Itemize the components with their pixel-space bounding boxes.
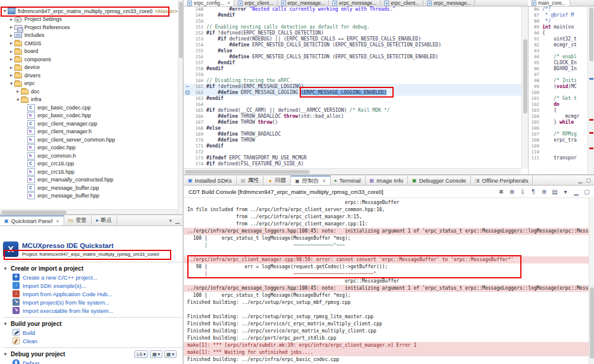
collapse-arrow[interactable]: ▸ (15, 89, 21, 94)
close-tab-icon[interactable]: × (227, 0, 230, 6)
overview-error-mark[interactable] (589, 132, 593, 134)
maximize-view-icon[interactable]: ▢ (582, 189, 592, 195)
section-header-build-your-project[interactable]: ▾Build your project (4, 319, 183, 328)
tree-item-erpc-manually-constructed-hpp[interactable]: erpc_manually_constructed.hpp (0, 176, 183, 184)
console-output[interactable]: erpc::MessageBufferIn file included from… (184, 198, 594, 363)
tab-main-core[interactable]: cmain_core... (528, 0, 570, 6)
section-collapse-arrow[interactable]: ▾ (4, 352, 11, 357)
probe-config-dropdown[interactable]: ▦ ▾ (150, 350, 162, 358)
tree-item-erpc-client-server-common-hpp[interactable]: erpc_client_server_common.hpp (0, 136, 183, 144)
collapse-arrow[interactable]: ▸ (8, 24, 14, 30)
overview-info-mark[interactable] (589, 78, 593, 80)
tree-item-erpc-basic-codec-cpp[interactable]: erpc_basic_codec.cpp (0, 103, 183, 112)
create-a-new-c-c-project-link[interactable]: Create a new C/C++ project... (4, 273, 183, 281)
tree-item-infra[interactable]: ▾infra (0, 96, 183, 104)
tab-erpc-config[interactable]: cerpc_config...× (184, 0, 234, 6)
tree-item-erpc-client-manager-cpp[interactable]: erpc_client_manager.cpp (0, 120, 183, 128)
tree-item-includes[interactable]: ▸Includes (0, 32, 183, 40)
explorer-hscrollbar[interactable] (0, 209, 178, 214)
collapse-arrow[interactable]: ▸ (8, 33, 14, 38)
tab-console[interactable]: ▣控制台× (291, 175, 330, 185)
tree-item-erpc-common-h[interactable]: erpc_common.h (0, 152, 183, 160)
display-selected-console-icon[interactable]: ▤ (550, 189, 560, 195)
tree-item-drivers[interactable]: ▸drivers (0, 71, 183, 80)
tab-debugger-console[interactable]: ▣Debugger Console (408, 175, 471, 185)
overview-error-mark[interactable] (589, 148, 593, 149)
tree-item-erpc-basic-codec-hpp[interactable]: erpc_basic_codec.hpp (0, 112, 183, 120)
collapse-arrow[interactable]: ▸ (8, 73, 14, 78)
section-header-create-or-import-a-project[interactable]: ▾Create or import a project (4, 264, 183, 273)
clear-console-icon[interactable]: ✖ (496, 189, 506, 195)
right-editor-vscrollbar[interactable] (587, 7, 594, 174)
tree-item-erpc-codec-hpp[interactable]: erpc_codec.hpp (0, 144, 183, 152)
tree-item-erpc-client-manager-h[interactable]: erpc_client_manager.h (0, 128, 183, 136)
tab-problems[interactable]: ▲问题 (263, 175, 291, 185)
expand-arrow[interactable]: ▾ (15, 97, 21, 102)
section-header-debug-your-project[interactable]: ▾Debug your projectLS ▾▦ ▾▦ ▾ (4, 350, 183, 359)
minimize-view-icon[interactable]: ▁ (571, 189, 581, 195)
import-sdk-example-s-link[interactable]: Import SDK example(s)... (4, 281, 183, 290)
tab-installed-sdks[interactable]: ▣Installed SDKs (184, 175, 237, 185)
editor-hscrollbar[interactable] (184, 168, 521, 174)
code-editor-main-core[interactable]: 86/*!87 * @brief M88 */89int main(vo90{9… (528, 7, 587, 174)
import-executable-from-file-system-link[interactable]: Import executable from file system... (4, 306, 183, 315)
scroll-to-bottom-icon[interactable]: ⇩ (518, 189, 527, 195)
view-menu-icon[interactable]: ▾ (169, 218, 172, 224)
tab-erpc-client-1[interactable]: cerpc_client... (234, 0, 277, 6)
import-project-s-from-file-system-link[interactable]: Import project(s) from file system... (4, 298, 183, 306)
tree-item-frdmmcxn947-erpc-matrix-multiply-rpmsg-cm33-core0[interactable]: ▾frdmmcxn947_erpc_matrix_multiply_rpmsg_… (0, 7, 183, 15)
expand-arrow[interactable]: ▾ (2, 8, 8, 14)
tree-item-erpc-crc16-cpp[interactable]: erpc_crc16.cpp (0, 160, 183, 168)
tab-erpc-message-2[interactable]: cerpc_message... (329, 0, 381, 6)
minimize-view-icon[interactable]: ▁ (579, 177, 583, 183)
code-editor-erpc-config[interactable]: 148 #error "Nested calls currently worki… (184, 7, 521, 168)
debug-link[interactable]: Debug (4, 359, 183, 364)
console-vscrollbar[interactable] (589, 198, 594, 364)
tree-item-project-settings[interactable]: ▸Project Settings (0, 15, 183, 24)
import-from-application-code-hub-link[interactable]: Import from Application Code Hub... (4, 290, 183, 298)
tab-breakpoints[interactable]: ●断点 (92, 215, 117, 225)
tab-image-info[interactable]: ▦Image Info (366, 175, 408, 185)
linkserver-probe-dropdown[interactable]: LS ▾ (134, 350, 148, 358)
section-collapse-arrow[interactable]: ▾ (4, 321, 11, 327)
collapse-arrow[interactable]: ▸ (8, 40, 14, 46)
open-console-dropdown-icon[interactable]: ▾ (561, 189, 570, 195)
collapse-arrow[interactable]: ▸ (8, 65, 14, 70)
tree-item-component[interactable]: ▸component (0, 55, 183, 64)
word-wrap-icon[interactable]: ¶ (529, 189, 538, 195)
explorer-vscrollbar[interactable] (178, 0, 183, 214)
tab-terminal[interactable]: ▸Terminal (331, 175, 366, 185)
tree-item-erpc-crc16-hpp[interactable]: erpc_crc16.hpp (0, 168, 183, 176)
tab-erpc-client-2[interactable]: cerpc_client... (381, 0, 423, 6)
pin-console-icon[interactable]: ⊕ (539, 189, 549, 195)
collapse-arrow[interactable]: ▸ (8, 49, 14, 54)
expand-arrow[interactable]: ▾ (8, 81, 14, 86)
tab-erpc-message-1[interactable]: cerpc_message... (278, 0, 329, 6)
tree-item-device[interactable]: ▸device (0, 64, 183, 72)
maximize-view-icon[interactable]: ▢ (586, 177, 591, 183)
tab-erpc-message-3[interactable]: cerpc_message... (423, 0, 475, 6)
tab-quickstart-panel[interactable]: ▣Quickstart Panel× (0, 215, 64, 225)
tree-item-erpc-message-buffer-hpp[interactable]: erpc_message_buffer.hpp (0, 192, 183, 200)
close-tab-icon[interactable]: × (322, 178, 325, 184)
tab-offline-peripherals[interactable]: ◨Offline Peripherals (471, 175, 533, 185)
tree-item-erpc[interactable]: ▾erpc (0, 80, 183, 88)
build-link[interactable]: Build (4, 328, 183, 337)
remove-all-terminated-icon[interactable]: ⊗ (507, 189, 517, 195)
section-collapse-arrow[interactable]: ▾ (4, 266, 11, 271)
tree-item-doc[interactable]: ▸doc (0, 87, 183, 96)
clean-link[interactable]: Clean (4, 337, 183, 345)
collapse-arrow[interactable]: ▸ (8, 57, 14, 62)
close-tab-icon[interactable]: × (56, 218, 59, 224)
probe-select-dropdown[interactable]: ▦ ▾ (164, 350, 177, 358)
tab-properties[interactable]: ▤属性 (237, 175, 264, 185)
tab-variables[interactable]: (x)变量 (64, 215, 92, 225)
editor-vscrollbar[interactable] (521, 7, 528, 168)
tree-item-board[interactable]: ▸board (0, 48, 183, 56)
tree-item-erpc-message-buffer-cpp[interactable]: erpc_message_buffer.cpp (0, 184, 183, 192)
collapse-arrow[interactable]: ▸ (8, 17, 14, 22)
overview-error-mark[interactable] (589, 119, 593, 121)
tree-item-cmsis[interactable]: ▸CMSIS (0, 39, 183, 48)
tree-item-project-references[interactable]: ▸Project References (0, 23, 183, 32)
minimize-view-icon[interactable]: ▁ (175, 218, 180, 224)
